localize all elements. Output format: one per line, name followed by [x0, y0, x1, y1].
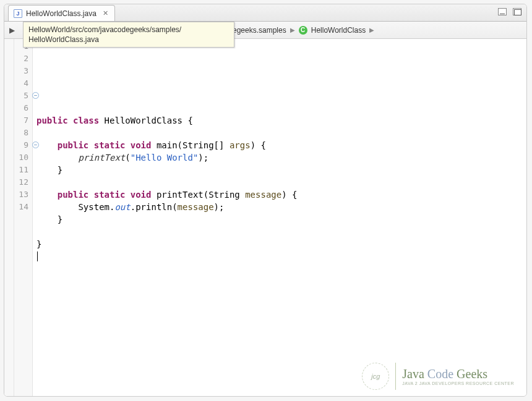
- code-line[interactable]: [36, 102, 526, 114]
- line-number: 10: [14, 151, 32, 164]
- line-number-gutter[interactable]: 12345−6789−1011121314: [14, 39, 33, 396]
- breadcrumb-class[interactable]: HelloWorldClass: [311, 26, 366, 35]
- line-number: 3: [14, 65, 32, 77]
- breadcrumb: ▶ HellowWorld/src/com/javacodegeeks/samp…: [4, 22, 526, 39]
- chevron-icon: ▶: [369, 27, 374, 33]
- breadcrumb-back-icon[interactable]: ▶: [9, 26, 15, 35]
- code-line[interactable]: public class HelloWorldClass {: [36, 114, 526, 127]
- line-number: 7: [14, 114, 32, 127]
- code-line[interactable]: printText("Hello World");: [36, 151, 526, 164]
- code-line[interactable]: [36, 90, 526, 102]
- line-number: 11: [14, 164, 32, 176]
- line-number: 6: [14, 102, 32, 114]
- watermark-separator: [395, 363, 396, 390]
- chevron-icon: ▶: [290, 27, 295, 33]
- line-number: 12: [14, 176, 32, 188]
- maximize-button[interactable]: [513, 8, 521, 15]
- editor-area: 12345−6789−1011121314 public class Hello…: [4, 39, 526, 396]
- code-line[interactable]: [36, 250, 526, 263]
- watermark-initials: jcg: [362, 363, 389, 390]
- line-number: 2: [14, 53, 32, 65]
- line-number: 5−: [14, 90, 32, 102]
- code-line[interactable]: public static void main(String[] args) {: [36, 139, 526, 151]
- tooltip-line2: HelloWorldClass.java: [28, 35, 229, 44]
- class-icon: C: [299, 26, 307, 35]
- code-line[interactable]: System.out.println(message);: [36, 201, 526, 213]
- code-line[interactable]: }: [36, 238, 526, 250]
- window-controls: [498, 8, 521, 15]
- code-line[interactable]: [36, 226, 526, 238]
- line-number: 8: [14, 127, 32, 139]
- breadcrumb-package[interactable]: egeeks.samples: [233, 26, 286, 35]
- tab-bar: J HelloWorldClass.java ✕: [4, 4, 526, 22]
- line-number: 4: [14, 77, 32, 90]
- code-editor[interactable]: public class HelloWorldClass { public st…: [33, 39, 526, 396]
- code-line[interactable]: [36, 127, 526, 139]
- code-line[interactable]: [36, 176, 526, 188]
- editor-window: J HelloWorldClass.java ✕ ▶ HellowWorld/s…: [4, 4, 527, 397]
- close-tab-icon[interactable]: ✕: [103, 9, 108, 17]
- code-line[interactable]: public static void printText(String mess…: [36, 188, 526, 201]
- marker-ruler[interactable]: [4, 39, 14, 396]
- tab-filename: HelloWorldClass.java: [26, 9, 97, 18]
- watermark-text: Java Code Geeks Java 2 Java Developers R…: [402, 367, 514, 386]
- line-number: 9−: [14, 139, 32, 151]
- code-line[interactable]: }: [36, 213, 526, 226]
- file-tab[interactable]: J HelloWorldClass.java ✕: [8, 5, 115, 21]
- line-number: 13: [14, 188, 32, 201]
- line-number: 14: [14, 201, 32, 213]
- tooltip-line1: HellowWorld/src/com/javacodegeeks/sample…: [28, 25, 229, 35]
- minimize-button[interactable]: [498, 8, 507, 15]
- path-tooltip: HellowWorld/src/com/javacodegeeks/sample…: [23, 22, 234, 48]
- code-line[interactable]: }: [36, 164, 526, 176]
- java-file-icon: J: [14, 9, 22, 18]
- watermark-logo: jcg Java Code Geeks Java 2 Java Develope…: [362, 363, 514, 390]
